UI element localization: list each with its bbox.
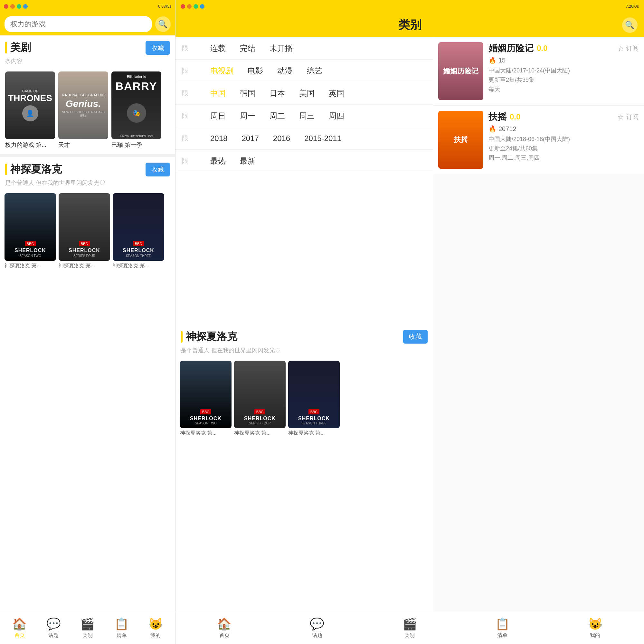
subscribe-btn-marriage[interactable]: ☆ 订阅 xyxy=(618,44,639,53)
show-heat-marriage: 🔥 15 xyxy=(488,56,639,64)
right-nav-list-label: 清单 xyxy=(497,632,507,639)
nav-topic-right[interactable]: 💬 话题 xyxy=(304,617,330,639)
right-speed: 7.26K/s xyxy=(626,4,639,9)
sherlock-card-2[interactable]: BBC SHERLOCK SERIES FOUR 神探夏洛克 第... xyxy=(59,193,110,269)
left-bottom-nav: 🏠 首页 💬 话题 🎬 类别 📋 清单 😺 我的 xyxy=(0,612,175,644)
right-dot-red xyxy=(181,4,185,9)
nav-mine-right[interactable]: 😺 我的 xyxy=(582,617,608,639)
right-panel: 7.26K/s 类别 🔍 限 连载 完结 未开播 限 xyxy=(175,0,644,644)
right-bottom-nav: 🏠 首页 💬 话题 🎬 类别 📋 清单 😺 我的 xyxy=(175,612,644,644)
dot-orange xyxy=(10,4,15,9)
filter-tag-usa[interactable]: 美国 xyxy=(293,86,320,100)
search-wrap[interactable] xyxy=(5,16,152,32)
filter-tag-wanjie[interactable]: 完结 xyxy=(234,41,261,55)
nav-category-left[interactable]: 🎬 类别 xyxy=(75,617,100,639)
right-search-button[interactable]: 🔍 xyxy=(622,17,638,33)
right-list-icon: 📋 xyxy=(495,617,510,631)
right-sherlock-3[interactable]: BBC SHERLOCK SEASON THREE 神探夏洛克 第... xyxy=(288,361,340,437)
search-input[interactable] xyxy=(10,20,146,28)
right-sherlock-title: 神探夏洛克 xyxy=(186,330,237,344)
filter-tag-korea[interactable]: 韩国 xyxy=(234,86,261,100)
nav-home-right[interactable]: 🏠 首页 xyxy=(212,617,237,639)
filter-label-type: 限 xyxy=(182,66,204,75)
filter-tag-new[interactable]: 最新 xyxy=(234,154,261,168)
movie-card-barry[interactable]: Bill Hader is BARRY 🎭 A NEW HIT SERIES H… xyxy=(111,71,161,149)
filter-tags-status: 连载 完结 未开播 xyxy=(204,37,298,59)
filter-tag-anime[interactable]: 动漫 xyxy=(271,64,298,78)
subscribe-btn-fuyao[interactable]: ☆ 订阅 xyxy=(618,113,639,121)
right-sherlock-1[interactable]: BBC SHERLOCK SEASON TWO 神探夏洛克 第... xyxy=(180,361,232,437)
nav-home-left[interactable]: 🏠 首页 xyxy=(7,617,33,639)
filter-tag-2015-2011[interactable]: 2015-2011 xyxy=(298,132,347,145)
filter-tag-2018[interactable]: 2018 xyxy=(204,132,233,145)
sherlock-poster-1: BBC SHERLOCK SEASON TWO xyxy=(5,193,56,261)
filter-tag-sun[interactable]: 周日 xyxy=(204,109,232,123)
nav-list-right[interactable]: 📋 清单 xyxy=(489,617,515,639)
show-rating-marriage: 0.0 xyxy=(537,44,547,53)
right-nav-mine-label: 我的 xyxy=(590,632,600,639)
sherlock-section-icon xyxy=(5,164,7,175)
filter-tag-china[interactable]: 中国 xyxy=(204,86,232,100)
filter-label-status: 限 xyxy=(182,44,204,52)
filter-tag-uk[interactable]: 英国 xyxy=(323,86,350,100)
nav-topic-left[interactable]: 💬 话题 xyxy=(41,617,66,639)
filter-tag-variety[interactable]: 综艺 xyxy=(301,64,328,78)
show-item-marriage[interactable]: 婚姻历险记 婚姻历险记 0.0 ☆ 订阅 🔥 15 中国大陆 xyxy=(433,37,644,106)
right-sherlock-title-2: 神探夏洛克 第... xyxy=(234,430,286,437)
show-item-fuyao[interactable]: 扶摇 扶摇 0.0 ☆ 订阅 🔥 20712 中国大陆/20 xyxy=(433,106,644,174)
show-title-row-marriage: 婚姻历险记 0.0 ☆ 订阅 xyxy=(488,42,639,54)
meiju-subtitle: 条内容 xyxy=(0,56,175,68)
filter-tag-wed[interactable]: 周三 xyxy=(293,109,320,123)
nav-mine-label: 我的 xyxy=(150,632,161,639)
show-name-marriage: 婚姻历险记 xyxy=(488,42,534,54)
filter-tag-tue[interactable]: 周二 xyxy=(264,109,291,123)
filter-section: 限 连载 完结 未开播 限 电视剧 电影 动漫 综艺 xyxy=(175,37,433,325)
sherlock-card-1[interactable]: BBC SHERLOCK SEASON TWO 神探夏洛克 第... xyxy=(5,193,56,269)
nav-mine-left[interactable]: 😺 我的 xyxy=(143,617,168,639)
right-header: 类别 🔍 xyxy=(175,13,644,37)
filter-tag-tvshow[interactable]: 电视剧 xyxy=(204,64,239,78)
filter-tags-type: 电视剧 电影 动漫 综艺 xyxy=(204,60,328,82)
show-meta-marriage: 中国大陆/2017-10-24(中国大陆) 更新至2集/共39集 每天 xyxy=(488,66,639,94)
movie-card-got[interactable]: GAME OF THRONES 👤 权力的游戏 第... xyxy=(5,71,55,149)
show-meta-fuyao: 中国大陆/2018-06-18(中国大陆) 更新至24集/共60集 周一,周二,… xyxy=(488,135,639,162)
filter-row-sort: 限 最热 最新 xyxy=(175,150,433,172)
right-sherlock-2[interactable]: BBC SHERLOCK SERIES FOUR 神探夏洛克 第... xyxy=(234,361,286,437)
nav-home-label: 首页 xyxy=(14,632,25,639)
sherlock-card-3[interactable]: BBC SHERLOCK SEASON THREE 神探夏洛克 第... xyxy=(113,193,164,269)
filter-tag-2016[interactable]: 2016 xyxy=(267,132,296,145)
filter-tag-mon[interactable]: 周一 xyxy=(234,109,261,123)
filter-tag-thu[interactable]: 周四 xyxy=(323,109,350,123)
sherlock-title: 神探夏洛克 xyxy=(10,162,62,176)
filter-tag-2017[interactable]: 2017 xyxy=(236,132,264,145)
left-panel: 0.08K/s 🔍 美剧 收藏 条内容 GAME OF THRONES 👤 权力… xyxy=(0,0,175,644)
topic-icon: 💬 xyxy=(46,617,61,631)
show-rating-fuyao: 0.0 xyxy=(510,112,520,121)
filter-panel: 限 连载 完结 未开播 限 电视剧 电影 动漫 综艺 xyxy=(175,37,433,612)
filter-tag-lianbo[interactable]: 连载 xyxy=(204,41,232,55)
filter-row-year: 限 2018 2017 2016 2015-2011 xyxy=(175,127,433,150)
right-topic-icon: 💬 xyxy=(310,617,324,631)
filter-row-status: 限 连载 完结 未开播 xyxy=(175,37,433,60)
sherlock-collect-btn[interactable]: 收藏 xyxy=(146,163,170,176)
filter-tag-movie[interactable]: 电影 xyxy=(242,64,269,78)
nav-list-left[interactable]: 📋 清单 xyxy=(109,617,135,639)
filter-tag-weikaiying[interactable]: 未开播 xyxy=(264,41,298,55)
filter-row-region: 限 中国 韩国 日本 美国 英国 xyxy=(175,82,433,105)
right-nav-category-label: 类别 xyxy=(404,632,415,639)
right-sherlock-collect[interactable]: 收藏 xyxy=(403,330,428,344)
right-content: 限 连载 完结 未开播 限 电视剧 电影 动漫 综艺 xyxy=(175,37,644,612)
movie-card-genius[interactable]: NATIONAL GEOGRAPHIC Genius. NEW EPISODES… xyxy=(58,71,108,149)
search-button[interactable]: 🔍 xyxy=(155,16,171,32)
meiju-collect-btn[interactable]: 收藏 xyxy=(146,41,170,55)
right-dot-orange xyxy=(187,4,192,9)
filter-tag-hot[interactable]: 最热 xyxy=(204,154,232,168)
nav-category-label: 类别 xyxy=(82,632,93,639)
filter-label-region: 限 xyxy=(182,89,204,98)
right-status-icons xyxy=(181,4,204,9)
dot-red xyxy=(4,4,8,9)
filter-tag-japan[interactable]: 日本 xyxy=(264,86,291,100)
nav-category-right[interactable]: 🎬 类别 xyxy=(397,617,422,639)
left-speed: 0.08K/s xyxy=(158,4,171,9)
heat-value-fuyao: 20712 xyxy=(498,125,516,133)
